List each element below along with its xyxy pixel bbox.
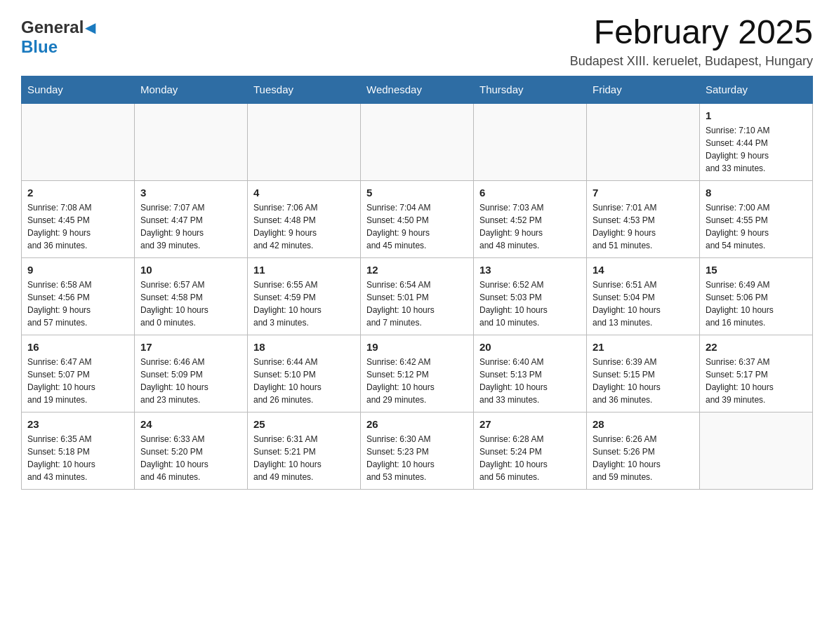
- calendar-cell: 25Sunrise: 6:31 AM Sunset: 5:21 PM Dayli…: [248, 412, 361, 489]
- day-number: 25: [253, 418, 355, 430]
- calendar-cell: [361, 103, 474, 181]
- calendar-cell: [135, 103, 248, 181]
- day-info: Sunrise: 6:37 AM Sunset: 5:17 PM Dayligh…: [706, 356, 807, 406]
- day-number: 21: [593, 341, 694, 353]
- day-number: 16: [27, 341, 128, 353]
- day-info: Sunrise: 7:10 AM Sunset: 4:44 PM Dayligh…: [706, 124, 807, 175]
- calendar-cell: [474, 103, 587, 181]
- calendar-week-row: 23Sunrise: 6:35 AM Sunset: 5:18 PM Dayli…: [22, 412, 813, 489]
- month-title: February 2025: [570, 14, 813, 51]
- calendar-cell: 6Sunrise: 7:03 AM Sunset: 4:52 PM Daylig…: [474, 180, 587, 257]
- day-info: Sunrise: 7:08 AM Sunset: 4:45 PM Dayligh…: [27, 201, 128, 252]
- day-number: 5: [366, 187, 468, 199]
- day-info: Sunrise: 6:51 AM Sunset: 5:04 PM Dayligh…: [593, 279, 694, 329]
- day-info: Sunrise: 7:04 AM Sunset: 4:50 PM Dayligh…: [366, 201, 468, 252]
- day-number: 9: [27, 264, 128, 276]
- day-number: 4: [253, 187, 355, 199]
- day-number: 1: [706, 109, 807, 121]
- day-info: Sunrise: 6:57 AM Sunset: 4:58 PM Dayligh…: [140, 279, 241, 329]
- calendar-cell: 5Sunrise: 7:04 AM Sunset: 4:50 PM Daylig…: [361, 180, 474, 257]
- calendar-cell: 1Sunrise: 7:10 AM Sunset: 4:44 PM Daylig…: [700, 103, 813, 181]
- calendar-cell: 3Sunrise: 7:07 AM Sunset: 4:47 PM Daylig…: [135, 180, 248, 257]
- day-info: Sunrise: 7:03 AM Sunset: 4:52 PM Dayligh…: [479, 201, 581, 252]
- calendar-cell: 28Sunrise: 6:26 AM Sunset: 5:26 PM Dayli…: [587, 412, 700, 489]
- weekday-header-sunday: Sunday: [22, 76, 135, 103]
- day-number: 8: [706, 187, 807, 199]
- day-number: 18: [253, 341, 355, 353]
- day-info: Sunrise: 6:26 AM Sunset: 5:26 PM Dayligh…: [593, 433, 694, 483]
- calendar-cell: 22Sunrise: 6:37 AM Sunset: 5:17 PM Dayli…: [700, 335, 813, 412]
- day-number: 14: [593, 264, 694, 276]
- day-number: 2: [27, 187, 128, 199]
- calendar-cell: 20Sunrise: 6:40 AM Sunset: 5:13 PM Dayli…: [474, 335, 587, 412]
- day-info: Sunrise: 7:06 AM Sunset: 4:48 PM Dayligh…: [253, 201, 355, 252]
- day-info: Sunrise: 7:00 AM Sunset: 4:55 PM Dayligh…: [706, 201, 807, 252]
- weekday-header-friday: Friday: [587, 76, 700, 103]
- logo-blue-text: Blue: [21, 37, 58, 56]
- calendar-cell: 23Sunrise: 6:35 AM Sunset: 5:18 PM Dayli…: [22, 412, 135, 489]
- calendar-cell: [22, 103, 135, 181]
- calendar-cell: 7Sunrise: 7:01 AM Sunset: 4:53 PM Daylig…: [587, 180, 700, 257]
- page-header: General ◀ Blue February 2025 Budapest XI…: [21, 14, 813, 69]
- day-number: 19: [366, 341, 468, 353]
- day-info: Sunrise: 6:46 AM Sunset: 5:09 PM Dayligh…: [140, 356, 241, 406]
- location-title: Budapest XIII. keruelet, Budapest, Hunga…: [570, 54, 813, 69]
- day-info: Sunrise: 6:42 AM Sunset: 5:12 PM Dayligh…: [366, 356, 468, 406]
- day-number: 12: [366, 264, 468, 276]
- day-info: Sunrise: 6:30 AM Sunset: 5:23 PM Dayligh…: [366, 433, 468, 483]
- day-number: 20: [479, 341, 581, 353]
- calendar-cell: [248, 103, 361, 181]
- day-info: Sunrise: 6:58 AM Sunset: 4:56 PM Dayligh…: [27, 279, 128, 329]
- calendar-cell: 2Sunrise: 7:08 AM Sunset: 4:45 PM Daylig…: [22, 180, 135, 257]
- calendar-cell: [587, 103, 700, 181]
- calendar-cell: [700, 412, 813, 489]
- calendar-cell: 19Sunrise: 6:42 AM Sunset: 5:12 PM Dayli…: [361, 335, 474, 412]
- calendar-cell: 9Sunrise: 6:58 AM Sunset: 4:56 PM Daylig…: [22, 257, 135, 335]
- day-info: Sunrise: 7:07 AM Sunset: 4:47 PM Dayligh…: [140, 201, 241, 252]
- day-info: Sunrise: 7:01 AM Sunset: 4:53 PM Dayligh…: [593, 201, 694, 252]
- calendar-cell: 14Sunrise: 6:51 AM Sunset: 5:04 PM Dayli…: [587, 257, 700, 335]
- day-info: Sunrise: 6:33 AM Sunset: 5:20 PM Dayligh…: [140, 433, 241, 483]
- calendar-cell: 8Sunrise: 7:00 AM Sunset: 4:55 PM Daylig…: [700, 180, 813, 257]
- weekday-header-monday: Monday: [135, 76, 248, 103]
- day-number: 23: [27, 418, 128, 430]
- calendar-cell: 26Sunrise: 6:30 AM Sunset: 5:23 PM Dayli…: [361, 412, 474, 489]
- calendar-week-row: 2Sunrise: 7:08 AM Sunset: 4:45 PM Daylig…: [22, 180, 813, 257]
- calendar-cell: 27Sunrise: 6:28 AM Sunset: 5:24 PM Dayli…: [474, 412, 587, 489]
- title-area: February 2025 Budapest XIII. keruelet, B…: [570, 14, 813, 69]
- logo-arrow-icon: ◀: [85, 19, 95, 36]
- day-info: Sunrise: 6:54 AM Sunset: 5:01 PM Dayligh…: [366, 279, 468, 329]
- calendar-header-row: SundayMondayTuesdayWednesdayThursdayFrid…: [22, 76, 813, 103]
- day-number: 15: [706, 264, 807, 276]
- day-number: 28: [593, 418, 694, 430]
- day-info: Sunrise: 6:52 AM Sunset: 5:03 PM Dayligh…: [479, 279, 581, 329]
- calendar-cell: 21Sunrise: 6:39 AM Sunset: 5:15 PM Dayli…: [587, 335, 700, 412]
- weekday-header-wednesday: Wednesday: [361, 76, 474, 103]
- weekday-header-tuesday: Tuesday: [248, 76, 361, 103]
- calendar-table: SundayMondayTuesdayWednesdayThursdayFrid…: [21, 76, 813, 490]
- day-number: 27: [479, 418, 581, 430]
- calendar-cell: 11Sunrise: 6:55 AM Sunset: 4:59 PM Dayli…: [248, 257, 361, 335]
- calendar-cell: 18Sunrise: 6:44 AM Sunset: 5:10 PM Dayli…: [248, 335, 361, 412]
- day-number: 10: [140, 264, 241, 276]
- day-number: 22: [706, 341, 807, 353]
- day-info: Sunrise: 6:39 AM Sunset: 5:15 PM Dayligh…: [593, 356, 694, 406]
- day-number: 13: [479, 264, 581, 276]
- day-number: 26: [366, 418, 468, 430]
- logo-general-text: General: [21, 18, 84, 37]
- calendar-cell: 13Sunrise: 6:52 AM Sunset: 5:03 PM Dayli…: [474, 257, 587, 335]
- day-info: Sunrise: 6:40 AM Sunset: 5:13 PM Dayligh…: [479, 356, 581, 406]
- day-number: 24: [140, 418, 241, 430]
- calendar-cell: 24Sunrise: 6:33 AM Sunset: 5:20 PM Dayli…: [135, 412, 248, 489]
- day-info: Sunrise: 6:44 AM Sunset: 5:10 PM Dayligh…: [253, 356, 355, 406]
- day-info: Sunrise: 6:49 AM Sunset: 5:06 PM Dayligh…: [706, 279, 807, 329]
- day-number: 11: [253, 264, 355, 276]
- calendar-cell: 16Sunrise: 6:47 AM Sunset: 5:07 PM Dayli…: [22, 335, 135, 412]
- calendar-cell: 15Sunrise: 6:49 AM Sunset: 5:06 PM Dayli…: [700, 257, 813, 335]
- calendar-cell: 10Sunrise: 6:57 AM Sunset: 4:58 PM Dayli…: [135, 257, 248, 335]
- day-info: Sunrise: 6:28 AM Sunset: 5:24 PM Dayligh…: [479, 433, 581, 483]
- weekday-header-thursday: Thursday: [474, 76, 587, 103]
- day-number: 6: [479, 187, 581, 199]
- logo: General ◀ Blue: [21, 14, 95, 57]
- calendar-cell: 4Sunrise: 7:06 AM Sunset: 4:48 PM Daylig…: [248, 180, 361, 257]
